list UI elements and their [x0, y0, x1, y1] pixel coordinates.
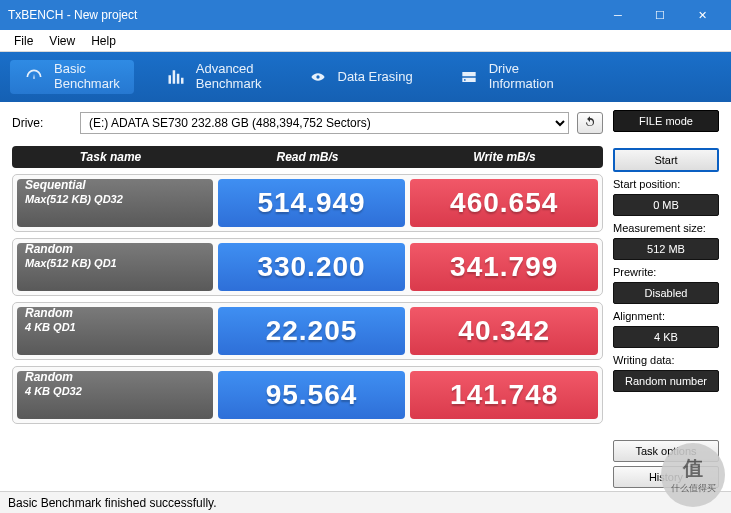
align-label: Alignment:: [613, 310, 719, 322]
task-name-cell: RandomMax(512 KB) QD1: [17, 243, 213, 291]
header-read: Read mB/s: [209, 146, 406, 168]
read-cell: 330.200: [218, 243, 406, 291]
table-row: SequentialMax(512 KB) QD32 514.949 460.6…: [12, 174, 603, 232]
column-headers: Task name Read mB/s Write mB/s: [12, 146, 603, 168]
wdata-value[interactable]: Random number: [613, 370, 719, 392]
drive-label: Drive:: [12, 116, 72, 130]
maximize-button[interactable]: ☐: [639, 0, 681, 30]
read-cell: 95.564: [218, 371, 406, 419]
startpos-label: Start position:: [613, 178, 719, 190]
tabbar: BasicBenchmark AdvancedBenchmark Data Er…: [0, 52, 731, 102]
task-name-cell: Random4 KB QD32: [17, 371, 213, 419]
refresh-icon: [583, 115, 597, 132]
tab-label: BasicBenchmark: [54, 62, 120, 92]
read-cell: 514.949: [218, 179, 406, 227]
refresh-button[interactable]: [577, 112, 603, 134]
meassize-label: Measurement size:: [613, 222, 719, 234]
align-value[interactable]: 4 KB: [613, 326, 719, 348]
table-row: Random4 KB QD32 95.564 141.748: [12, 366, 603, 424]
side-panel: FILE mode Start Start position: 0 MB Mea…: [613, 112, 719, 488]
task-name-cell: Random4 KB QD1: [17, 307, 213, 355]
tab-drive-information[interactable]: DriveInformation: [445, 60, 568, 94]
table-row: Random4 KB QD1 22.205 40.342: [12, 302, 603, 360]
write-cell: 341.799: [410, 243, 598, 291]
prewrite-label: Prewrite:: [613, 266, 719, 278]
table-row: RandomMax(512 KB) QD1 330.200 341.799: [12, 238, 603, 296]
start-button[interactable]: Start: [613, 148, 719, 172]
drive-icon: [459, 67, 479, 87]
tab-basic-benchmark[interactable]: BasicBenchmark: [10, 60, 134, 94]
filemode-button[interactable]: FILE mode: [613, 110, 719, 132]
write-cell: 40.342: [410, 307, 598, 355]
startpos-value[interactable]: 0 MB: [613, 194, 719, 216]
menubar: File View Help: [0, 30, 731, 52]
tab-label: DriveInformation: [489, 62, 554, 92]
task-name-cell: SequentialMax(512 KB) QD32: [17, 179, 213, 227]
status-bar: Basic Benchmark finished successfully.: [0, 491, 731, 513]
titlebar: TxBENCH - New project ─ ☐ ✕: [0, 0, 731, 30]
menu-view[interactable]: View: [41, 32, 83, 50]
gauge-icon: [24, 67, 44, 87]
tab-advanced-benchmark[interactable]: AdvancedBenchmark: [152, 60, 276, 94]
watermark: 值 什么值得买: [661, 443, 725, 507]
tab-data-erasing[interactable]: Data Erasing: [294, 60, 427, 94]
header-task: Task name: [12, 146, 209, 168]
tab-label: AdvancedBenchmark: [196, 62, 262, 92]
read-cell: 22.205: [218, 307, 406, 355]
window-title: TxBENCH - New project: [8, 8, 597, 22]
close-button[interactable]: ✕: [681, 0, 723, 30]
bars-icon: [166, 67, 186, 87]
meassize-value[interactable]: 512 MB: [613, 238, 719, 260]
header-write: Write mB/s: [406, 146, 603, 168]
menu-file[interactable]: File: [6, 32, 41, 50]
write-cell: 141.748: [410, 371, 598, 419]
minimize-button[interactable]: ─: [597, 0, 639, 30]
drive-row: Drive: (E:) ADATA SE730 232.88 GB (488,3…: [12, 112, 603, 134]
wdata-label: Writing data:: [613, 354, 719, 366]
drive-select[interactable]: (E:) ADATA SE730 232.88 GB (488,394,752 …: [80, 112, 569, 134]
erase-icon: [308, 67, 328, 87]
menu-help[interactable]: Help: [83, 32, 124, 50]
tab-label: Data Erasing: [338, 70, 413, 85]
prewrite-value[interactable]: Disabled: [613, 282, 719, 304]
write-cell: 460.654: [410, 179, 598, 227]
